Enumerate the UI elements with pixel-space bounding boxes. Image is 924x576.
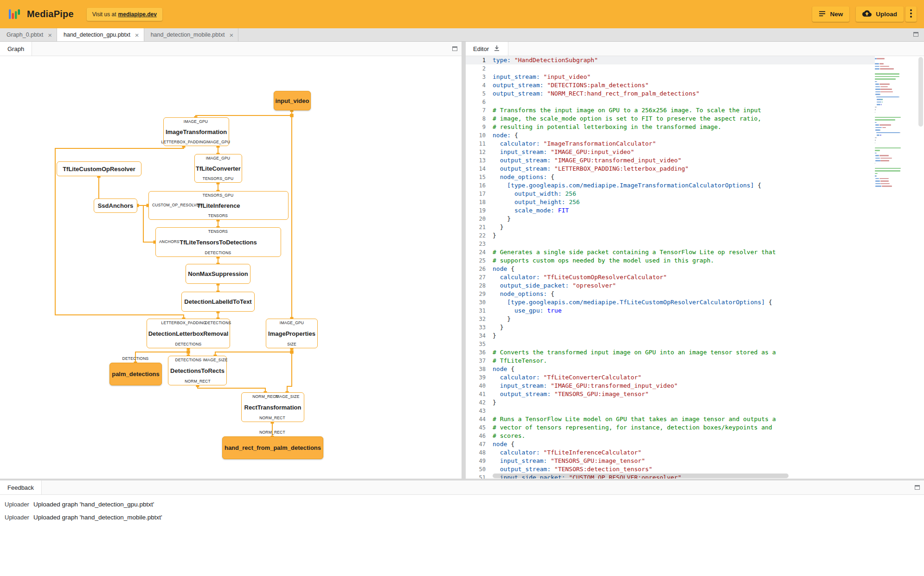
code-editor[interactable]: 1type: "HandDetectionSubgraph"23input_st… bbox=[466, 56, 924, 479]
code-line[interactable]: 3input_stream: "input_video" bbox=[466, 73, 924, 81]
editor-vertical-scrollbar[interactable] bbox=[918, 56, 924, 479]
code-line[interactable]: 6 bbox=[466, 98, 924, 106]
editor-minimap[interactable] bbox=[875, 56, 918, 479]
code-line[interactable]: 36# Converts the transformed input image… bbox=[466, 348, 924, 357]
editor-tab[interactable]: Editor bbox=[466, 42, 508, 56]
tab-close-icon[interactable]: × bbox=[229, 32, 233, 38]
node-title: RectTransformation bbox=[244, 404, 302, 411]
code-line[interactable]: 42} bbox=[466, 398, 924, 407]
code-line[interactable]: 38node { bbox=[466, 365, 924, 373]
code-line[interactable]: 31 use_gpu: true bbox=[466, 307, 924, 315]
code-line[interactable]: 47node { bbox=[466, 440, 924, 448]
code-line[interactable]: 44# Runs a TensorFlow Lite model on GPU … bbox=[466, 415, 924, 423]
code-line[interactable]: 4output_stream: "DETECTIONS:palm_detecti… bbox=[466, 81, 924, 90]
code-line[interactable]: 11 calculator: "ImageTransformationCalcu… bbox=[466, 140, 924, 148]
feedback-log: UploaderUploaded graph 'hand_detection_g… bbox=[0, 495, 924, 576]
code-line[interactable]: 35 bbox=[466, 340, 924, 348]
feedback-message: Uploaded graph 'hand_detection_gpu.pbtxt… bbox=[33, 501, 154, 508]
code-line[interactable]: 13 output_stream: "IMAGE_GPU:transformed… bbox=[466, 156, 924, 165]
code-line[interactable]: 2 bbox=[466, 64, 924, 73]
code-line[interactable]: 24# Generates a single side packet conta… bbox=[466, 248, 924, 256]
code-line[interactable]: 27 calculator: "TfLiteCustomOpResolverCa… bbox=[466, 273, 924, 282]
more-options-button[interactable] bbox=[905, 6, 917, 22]
code-line[interactable]: 1type: "HandDetectionSubgraph" bbox=[466, 56, 924, 64]
stream-node-hand_rect_from_palm_detections[interactable]: hand_rect_from_palm_detections bbox=[222, 436, 323, 459]
minimap-line bbox=[875, 160, 880, 161]
port-label: NORM_RECT bbox=[185, 379, 211, 384]
graph-tab[interactable]: Graph bbox=[0, 42, 32, 56]
code-line[interactable]: 41 output_stream: "TENSORS_GPU:image_ten… bbox=[466, 390, 924, 398]
code-line[interactable]: 48 calculator: "TfLiteInferenceCalculato… bbox=[466, 448, 924, 457]
stream-node-palm_detections[interactable]: palm_detections bbox=[109, 363, 162, 385]
calculator-node-SsdAnchors[interactable]: SsdAnchors bbox=[94, 198, 137, 213]
minimap-line bbox=[875, 170, 900, 172]
code-line[interactable]: 43 bbox=[466, 407, 924, 415]
port-label: IMAGE_GPU bbox=[206, 156, 230, 160]
code-line[interactable]: 17 output_width: 256 bbox=[466, 190, 924, 198]
stream-node-input_video[interactable]: input_video bbox=[274, 91, 311, 110]
code-line[interactable]: 25# supports custom ops needed by the mo… bbox=[466, 256, 924, 265]
minimap-line bbox=[875, 163, 875, 164]
code-line[interactable]: 29 node_options: { bbox=[466, 290, 924, 298]
file-tab[interactable]: Graph_0.pbtxt× bbox=[0, 28, 57, 41]
code-line[interactable]: 34} bbox=[466, 332, 924, 340]
download-icon[interactable] bbox=[493, 45, 500, 53]
calculator-node-TfLiteCustomOpResolver[interactable]: TfLiteCustomOpResolver bbox=[57, 161, 141, 176]
code-line[interactable]: 37# TfLiteTensor. bbox=[466, 357, 924, 365]
code-line[interactable]: 50 output_stream: "TENSORS:detection_ten… bbox=[466, 465, 924, 474]
tab-close-icon[interactable]: × bbox=[135, 32, 139, 38]
code-line[interactable]: 49 input_stream: "TENSORS_GPU:image_tens… bbox=[466, 457, 924, 465]
mediapipe-dev-link[interactable]: mediapipe.dev bbox=[118, 11, 157, 18]
minimap-line bbox=[880, 134, 881, 136]
code-line[interactable]: 39 calculator: "TfLiteConverterCalculato… bbox=[466, 373, 924, 382]
code-line[interactable]: 30 [type.googleapis.com/mediapipe.TfLite… bbox=[466, 298, 924, 307]
file-tab[interactable]: hand_detection_mobile.pbtxt× bbox=[144, 28, 239, 41]
code-line[interactable]: 26node { bbox=[466, 265, 924, 273]
port-label: SIZE bbox=[287, 342, 296, 346]
code-line[interactable]: 19 scale_mode: FIT bbox=[466, 206, 924, 215]
editor-horizontal-scrollbar[interactable] bbox=[493, 474, 872, 478]
code-line[interactable]: 33 } bbox=[466, 323, 924, 332]
code-line[interactable]: 23 bbox=[466, 240, 924, 248]
upload-button[interactable]: Upload bbox=[856, 6, 904, 22]
feedback-tab[interactable]: Feedback bbox=[0, 480, 42, 494]
minimap-line bbox=[880, 89, 892, 90]
code-line[interactable]: 12 input_stream: "IMAGE_GPU:input_video" bbox=[466, 148, 924, 156]
new-button[interactable]: New bbox=[812, 6, 849, 22]
code-line[interactable]: 22} bbox=[466, 231, 924, 240]
minimap-line bbox=[877, 134, 879, 136]
scrollbar-thumb[interactable] bbox=[918, 57, 923, 127]
code-line[interactable]: 32 } bbox=[466, 315, 924, 323]
expand-editor-panel-icon[interactable] bbox=[913, 32, 918, 37]
graph-canvas[interactable]: input_videoImageTransformationIMAGE_GPUL… bbox=[0, 56, 462, 479]
file-tab-label: hand_detection_mobile.pbtxt bbox=[151, 32, 225, 38]
code-line[interactable]: 18 output_height: 256 bbox=[466, 198, 924, 206]
expand-feedback-panel-icon[interactable] bbox=[915, 485, 920, 490]
minimap-line bbox=[875, 137, 877, 139]
code-line[interactable]: 15 node_options: { bbox=[466, 173, 924, 181]
scrollbar-thumb[interactable] bbox=[493, 474, 789, 478]
port-label: TENSORS_GPU bbox=[203, 176, 233, 181]
code-line[interactable]: 40 input_stream: "IMAGE_GPU:transformed_… bbox=[466, 382, 924, 390]
code-line[interactable]: 16 [type.googleapis.com/mediapipe.ImageT… bbox=[466, 181, 924, 190]
expand-graph-panel-icon[interactable] bbox=[452, 46, 457, 51]
minimap-line bbox=[875, 173, 878, 174]
code-line[interactable]: 8# image, the scale_mode option is set t… bbox=[466, 115, 924, 123]
line-number: 47 bbox=[466, 440, 486, 448]
minimap-line bbox=[875, 183, 880, 185]
code-line[interactable]: 45# vector of tensors representing, for … bbox=[466, 423, 924, 432]
code-line[interactable]: 14 output_stream: "LETTERBOX_PADDING:let… bbox=[466, 165, 924, 173]
tab-close-icon[interactable]: × bbox=[48, 32, 52, 38]
code-line[interactable]: 46# scores. bbox=[466, 432, 924, 440]
calculator-node-DetectionLabelIdToText[interactable]: DetectionLabelIdToText bbox=[181, 292, 255, 312]
code-line[interactable]: 9# resulting in potential letterboxing i… bbox=[466, 123, 924, 131]
code-line[interactable]: 20 } bbox=[466, 215, 924, 223]
file-tab[interactable]: hand_detection_gpu.pbtxt× bbox=[57, 28, 144, 41]
code-line[interactable]: 21 } bbox=[466, 223, 924, 231]
code-line[interactable]: 5output_stream: "NORM_RECT:hand_rect_fro… bbox=[466, 90, 924, 98]
file-tab-label: Graph_0.pbtxt bbox=[6, 32, 43, 38]
code-line[interactable]: 7# Transforms the input image on GPU to … bbox=[466, 106, 924, 115]
code-line[interactable]: 10node: { bbox=[466, 131, 924, 140]
calculator-node-NonMaxSuppression[interactable]: NonMaxSuppression bbox=[186, 264, 250, 284]
code-line[interactable]: 28 output_side_packet: "opresolver" bbox=[466, 282, 924, 290]
